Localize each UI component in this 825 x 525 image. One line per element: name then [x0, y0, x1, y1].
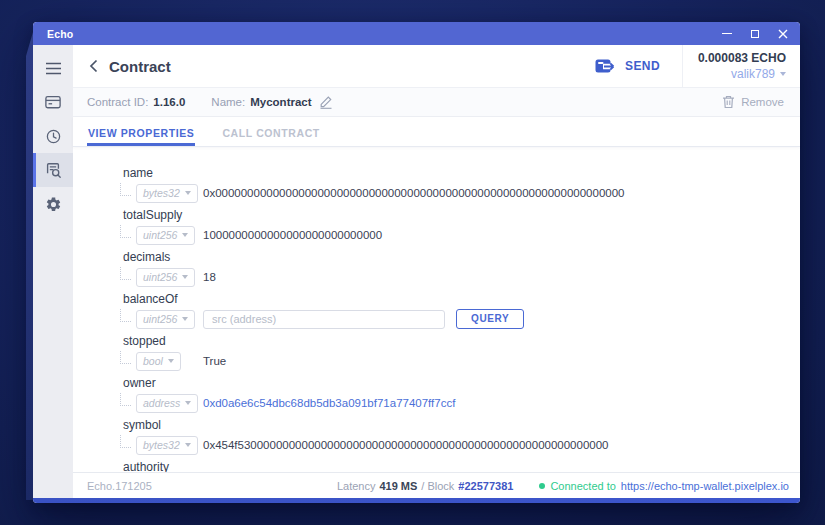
property-value: 18	[203, 271, 216, 283]
type-dropdown[interactable]: address	[136, 394, 198, 413]
page-title: Contract	[109, 58, 171, 75]
connection-status: Connected to https://echo-tmp-wallet.pix…	[539, 480, 789, 492]
close-button[interactable]	[777, 28, 788, 39]
edit-pencil-icon	[319, 95, 333, 109]
property-name: owner	[73, 377, 800, 390]
sidebar	[33, 45, 73, 498]
window-controls	[721, 28, 788, 39]
app-window: Echo	[33, 22, 800, 503]
latency-label: Latency	[337, 480, 376, 492]
chevron-down-icon	[780, 72, 786, 76]
type-dropdown[interactable]: uint256	[136, 310, 195, 329]
tree-connector-icon	[120, 225, 131, 238]
property-name: authority	[73, 461, 800, 472]
account-name: valik789	[731, 67, 775, 81]
chevron-down-icon	[185, 401, 191, 405]
tree-connector-icon	[120, 309, 131, 322]
remove-contract-button[interactable]: Remove	[722, 95, 784, 109]
tree-connector-icon	[120, 267, 131, 280]
trash-icon	[722, 95, 735, 109]
property-name: totalSupply	[73, 209, 800, 222]
type-label: uint256	[143, 313, 177, 325]
account-switcher[interactable]: 0.000083 ECHO valik789	[682, 45, 800, 87]
block-label: / Block	[421, 480, 454, 492]
property-name: decimals	[73, 251, 800, 264]
property-value: 0x454f5300000000000000000000000000000000…	[203, 439, 608, 451]
address-input[interactable]	[203, 310, 445, 329]
tree-connector-icon	[120, 183, 131, 196]
minimize-button[interactable]	[721, 28, 732, 39]
page-header: Contract SEND 0.000083 ECHO	[73, 45, 800, 88]
property-value: 0xd0a6e6c54dbc68db5db3a091bf71a77407ff7c…	[203, 397, 455, 409]
type-label: bytes32	[143, 439, 180, 451]
tab-call-contract[interactable]: CALL CONTRACT	[221, 117, 320, 146]
status-bar: Echo.171205 Latency 419 MS / Block #2257…	[73, 472, 800, 498]
type-label: bytes32	[143, 187, 180, 199]
sidebar-item-settings[interactable]	[33, 187, 73, 221]
type-label: address	[143, 397, 180, 409]
type-dropdown[interactable]: bool	[136, 352, 181, 371]
contract-property: balanceOf uint256 QUERY	[73, 293, 800, 335]
close-icon	[778, 29, 788, 39]
wallet-icon	[44, 94, 62, 110]
type-dropdown[interactable]: bytes32	[136, 184, 198, 203]
chevron-down-icon	[182, 233, 188, 237]
connected-url[interactable]: https://echo-tmp-wallet.pixelplex.io	[621, 480, 789, 492]
type-label: bool	[143, 355, 163, 367]
balance-value: 0.000083 ECHO	[698, 51, 786, 65]
sidebar-item-contracts[interactable]	[33, 153, 73, 187]
connected-label: Connected to	[550, 480, 615, 492]
property-name: symbol	[73, 419, 800, 432]
chevron-left-icon	[89, 59, 98, 73]
sidebar-item-history[interactable]	[33, 119, 73, 153]
type-label: uint256	[143, 271, 177, 283]
contract-property: authority	[73, 461, 800, 472]
property-value: True	[203, 355, 226, 367]
settings-icon	[45, 196, 62, 213]
menu-icon	[45, 62, 62, 75]
contract-name-value: Mycontract	[250, 96, 311, 108]
block-number: #22577381	[458, 480, 513, 492]
chevron-down-icon	[185, 443, 191, 447]
maximize-button[interactable]	[749, 28, 760, 39]
history-icon	[45, 128, 62, 145]
send-label: SEND	[625, 59, 660, 73]
contracts-icon	[44, 161, 62, 179]
contract-property: symbol bytes32 0x454f5300000000000000000…	[73, 419, 800, 461]
chevron-down-icon	[182, 275, 188, 279]
contract-property: name bytes32 0x0000000000000000000000000…	[73, 167, 800, 209]
query-button[interactable]: QUERY	[456, 309, 524, 329]
chevron-down-icon	[182, 317, 188, 321]
property-name: stopped	[73, 335, 800, 348]
send-button[interactable]: SEND	[573, 45, 682, 87]
contract-property: owner address 0xd0a6e6c54dbc68db5db3a091…	[73, 377, 800, 419]
contract-name-label: Name:	[211, 96, 245, 108]
latency-value: 419 MS	[379, 480, 417, 492]
sidebar-menu-toggle[interactable]	[33, 51, 73, 85]
send-icon	[595, 58, 617, 74]
tab-label: VIEW PROPERTIES	[88, 127, 194, 139]
window-bottom-edge	[33, 498, 800, 503]
contract-property: stopped bool True	[73, 335, 800, 377]
contract-id-value: 1.16.0	[153, 96, 185, 108]
connected-dot-icon	[539, 483, 545, 489]
edit-name-button[interactable]	[319, 95, 333, 109]
property-name: balanceOf	[73, 293, 800, 306]
contract-property: decimals uint256 18	[73, 251, 800, 293]
type-dropdown[interactable]: bytes32	[136, 436, 198, 455]
window-title: Echo	[47, 28, 73, 40]
sidebar-item-wallet[interactable]	[33, 85, 73, 119]
type-dropdown[interactable]: uint256	[136, 226, 195, 245]
tree-connector-icon	[120, 435, 131, 448]
tree-connector-icon	[120, 351, 131, 364]
chevron-down-icon	[168, 359, 174, 363]
property-value: 1000000000000000000000000000	[203, 229, 382, 241]
type-dropdown[interactable]: uint256	[136, 268, 195, 287]
tab-view-properties[interactable]: VIEW PROPERTIES	[87, 117, 195, 146]
contract-id-label: Contract ID:	[87, 96, 148, 108]
tab-bar: VIEW PROPERTIES CALL CONTRACT	[73, 117, 800, 147]
network-stats: Latency 419 MS / Block #22577381	[337, 480, 514, 492]
properties-list: name bytes32 0x0000000000000000000000000…	[73, 147, 800, 472]
back-button[interactable]	[87, 55, 100, 77]
chevron-down-icon	[185, 191, 191, 195]
